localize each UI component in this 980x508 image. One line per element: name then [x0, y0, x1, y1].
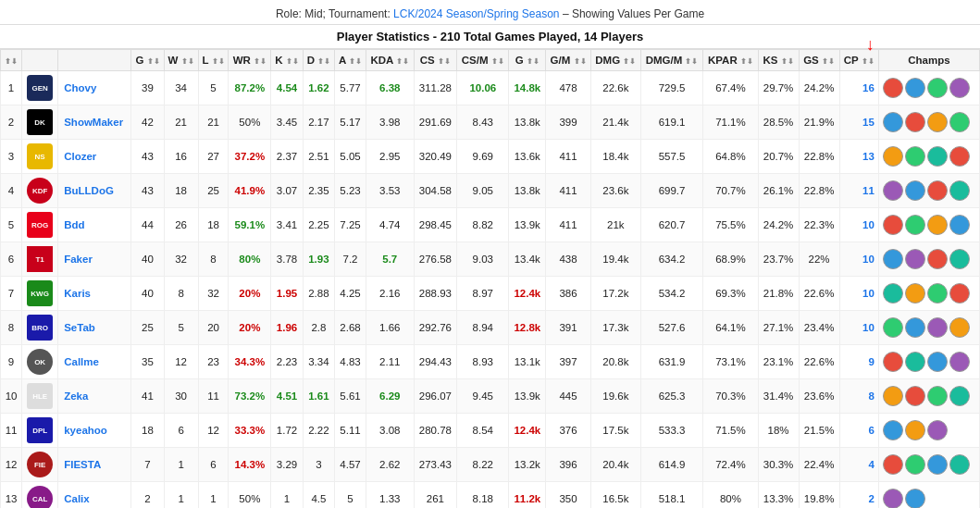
col-l[interactable]: L ⬆⬇	[198, 50, 229, 71]
champ-icon-1[interactable]	[905, 489, 925, 508]
col-gs[interactable]: GS ⬆⬇	[799, 50, 839, 71]
cell-player-name[interactable]: BuLLDoG	[58, 174, 131, 208]
champ-icon-3[interactable]	[949, 283, 970, 304]
champ-icon-1[interactable]	[905, 386, 925, 406]
col-gm[interactable]: G/M ⬆⬇	[546, 50, 591, 71]
champ-icon-1[interactable]	[905, 283, 925, 304]
champ-icon-2[interactable]	[927, 215, 948, 235]
champ-icon-1[interactable]	[905, 112, 925, 132]
champ-icon-1[interactable]	[905, 317, 925, 338]
champ-icon-0[interactable]	[883, 78, 903, 98]
champ-icon-2[interactable]	[927, 386, 948, 406]
player-link[interactable]: Faker	[64, 254, 93, 265]
player-link[interactable]: Zeka	[64, 390, 88, 402]
champ-icon-1[interactable]	[905, 146, 925, 167]
player-link[interactable]: Karis	[64, 288, 91, 299]
player-link[interactable]: BuLLDoG	[64, 185, 114, 196]
player-link[interactable]: Calix	[64, 493, 90, 504]
champ-icon-0[interactable]	[883, 146, 903, 167]
champ-icon-3[interactable]	[949, 386, 970, 406]
champ-icon-0[interactable]	[883, 283, 903, 304]
col-kpar[interactable]: KPAR ⬆⬇	[703, 50, 758, 71]
champ-icon-2[interactable]	[927, 420, 948, 440]
cell-g2: 12.4k	[509, 414, 546, 448]
cell-kpar: 68.9%	[703, 242, 758, 277]
champ-icon-0[interactable]	[883, 352, 903, 372]
champ-icon-2[interactable]	[927, 249, 948, 269]
champ-icon-2[interactable]	[927, 180, 948, 201]
col-dmg[interactable]: DMG ⬆⬇	[590, 50, 640, 71]
col-kda[interactable]: KDA ⬆⬇	[366, 50, 415, 71]
cell-cp: 10	[839, 277, 878, 311]
champ-icon-2[interactable]	[927, 78, 948, 98]
player-link[interactable]: ShowMaker	[64, 117, 123, 128]
champ-icon-0[interactable]	[883, 112, 903, 132]
col-a[interactable]: A ⬆⬇	[335, 50, 366, 71]
cell-player-name[interactable]: kyeahoo	[58, 414, 131, 448]
col-csm[interactable]: CS/M ⬆⬇	[457, 50, 509, 71]
champ-icon-3[interactable]	[949, 249, 970, 269]
col-d[interactable]: D ⬆⬇	[303, 50, 334, 71]
champ-icon-3[interactable]	[949, 78, 970, 98]
cell-player-name[interactable]: Karis	[58, 277, 131, 311]
cell-player-name[interactable]: ShowMaker	[58, 105, 131, 140]
champ-icon-1[interactable]	[905, 249, 925, 269]
player-link[interactable]: kyeahoo	[64, 425, 107, 436]
cell-kda: 3.98	[366, 105, 415, 140]
champ-icon-3[interactable]	[949, 352, 970, 372]
player-link[interactable]: Chovy	[64, 82, 96, 93]
cell-player-name[interactable]: Zeka	[58, 379, 131, 414]
champ-icon-2[interactable]	[927, 352, 948, 372]
champ-icon-3[interactable]	[949, 454, 970, 475]
champ-icon-2[interactable]	[927, 283, 948, 304]
player-link[interactable]: SeTab	[64, 322, 95, 333]
champ-icon-3[interactable]	[949, 317, 970, 338]
col-g[interactable]: G ⬆⬇	[131, 50, 164, 71]
champ-icon-2[interactable]	[927, 112, 948, 132]
cell-player-name[interactable]: Clozer	[58, 140, 131, 174]
col-k[interactable]: K ⬆⬇	[271, 50, 303, 71]
champ-icon-3[interactable]	[949, 146, 970, 167]
cell-player-name[interactable]: Calix	[58, 482, 131, 509]
player-link[interactable]: Bdd	[64, 219, 84, 230]
champ-icon-0[interactable]	[883, 489, 903, 508]
champ-icon-2[interactable]	[927, 454, 948, 475]
col-cs[interactable]: CS ⬆⬇	[414, 50, 457, 71]
champ-icon-1[interactable]	[905, 454, 925, 475]
cell-player-name[interactable]: Bdd	[58, 208, 131, 242]
player-link[interactable]: FIESTA	[64, 459, 101, 470]
col-w[interactable]: W ⬆⬇	[164, 50, 198, 71]
tournament-link[interactable]: LCK/2024 Season/Spring Season	[393, 7, 559, 20]
champ-icon-1[interactable]	[905, 180, 925, 201]
player-link[interactable]: Callme	[64, 356, 99, 367]
cell-player-name[interactable]: Chovy	[58, 71, 131, 105]
cell-d: 3	[303, 448, 334, 482]
cell-player-name[interactable]: Faker	[58, 242, 131, 277]
champ-icon-0[interactable]	[883, 420, 903, 440]
champ-icon-0[interactable]	[883, 215, 903, 235]
champ-icon-0[interactable]	[883, 454, 903, 475]
champ-icon-3[interactable]	[949, 215, 970, 235]
champ-icon-1[interactable]	[905, 215, 925, 235]
champ-icon-1[interactable]	[905, 420, 925, 440]
col-wr[interactable]: WR ⬆⬇	[229, 50, 271, 71]
champ-icon-1[interactable]	[905, 78, 925, 98]
cell-player-name[interactable]: Callme	[58, 345, 131, 379]
cell-player-name[interactable]: SeTab	[58, 311, 131, 345]
col-rank[interactable]: ⬆⬇	[1, 50, 22, 71]
champ-icon-0[interactable]	[883, 180, 903, 201]
champ-icon-0[interactable]	[883, 249, 903, 269]
champ-icon-3[interactable]	[949, 112, 970, 132]
champ-icon-2[interactable]	[927, 146, 948, 167]
col-ks[interactable]: KS ⬆⬇	[758, 50, 799, 71]
champ-icon-0[interactable]	[883, 386, 903, 406]
champ-icon-1[interactable]	[905, 352, 925, 372]
col-g2[interactable]: G ⬆⬇	[509, 50, 546, 71]
col-cp[interactable]: ↓ CP ⬆⬇	[839, 50, 878, 71]
champ-icon-0[interactable]	[883, 317, 903, 338]
player-link[interactable]: Clozer	[64, 151, 96, 162]
cell-player-name[interactable]: FIESTA	[58, 448, 131, 482]
champ-icon-3[interactable]	[949, 180, 970, 201]
col-dmgm[interactable]: DMG/M ⬆⬇	[640, 50, 703, 71]
champ-icon-2[interactable]	[927, 317, 948, 338]
